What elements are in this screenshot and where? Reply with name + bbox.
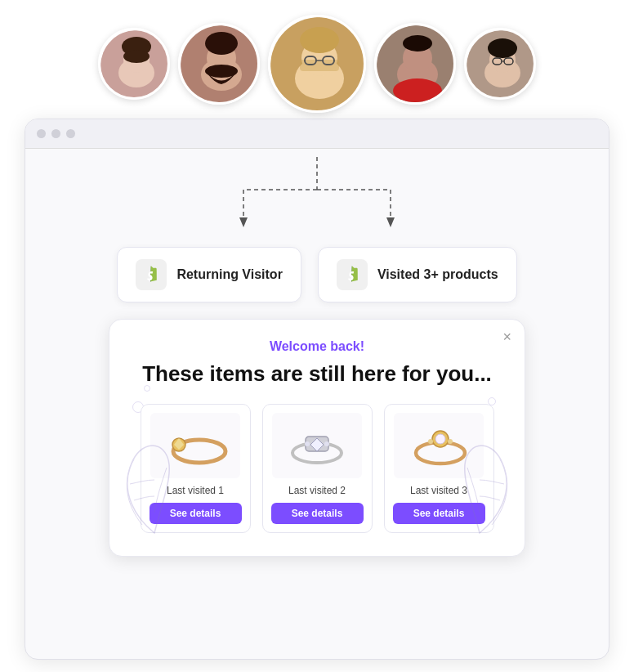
svg-rect-14 [300, 60, 339, 71]
product-image-2 [272, 413, 362, 478]
browser-toolbar [25, 119, 609, 149]
avatars-row [0, 0, 634, 113]
popup-title: These items are still here for you... [134, 361, 500, 388]
products-grid: Last visited 1 See details [134, 404, 500, 533]
svg-point-26 [488, 38, 517, 58]
svg-point-21 [403, 35, 432, 52]
svg-point-45 [305, 441, 310, 446]
close-button[interactable]: × [502, 329, 511, 344]
browser-content: Returning Visitor Visited 3+ products × … [25, 157, 609, 573]
browser-dot-1 [37, 129, 46, 138]
arrows-container [50, 157, 584, 247]
avatar-2 [178, 23, 260, 105]
svg-marker-33 [239, 217, 248, 227]
svg-point-22 [393, 78, 442, 103]
deco-circle-2 [144, 385, 150, 392]
leaf-deco-right [443, 435, 516, 541]
browser-dot-3 [66, 129, 75, 138]
avatar-4 [374, 23, 456, 105]
segment-visited-label: Visited 3+ products [377, 267, 498, 282]
svg-point-46 [324, 441, 329, 446]
browser-dot-2 [51, 129, 60, 138]
avatar-3 [268, 15, 366, 113]
see-details-button-2[interactable]: See details [271, 503, 364, 524]
svg-point-4 [123, 50, 150, 63]
product-card-2: Last visited 2 See details [262, 404, 373, 533]
segment-returning-label: Returning Visitor [176, 267, 283, 282]
segment-visited: Visited 3+ products [318, 247, 517, 302]
popup-subtitle: Welcome back! [134, 339, 500, 354]
svg-point-50 [428, 439, 433, 444]
browser-window: Returning Visitor Visited 3+ products × … [25, 119, 609, 660]
product-label-2: Last visited 2 [288, 485, 346, 496]
popup-card: × Welcome back! These items are still he… [109, 319, 525, 557]
svg-point-13 [300, 27, 339, 53]
segment-returning: Returning Visitor [117, 247, 301, 302]
svg-point-9 [205, 65, 238, 78]
leaf-deco-left [118, 435, 191, 541]
segment-boxes: Returning Visitor Visited 3+ products [50, 247, 584, 302]
avatar-1 [98, 28, 170, 100]
avatar-5 [464, 28, 536, 100]
svg-point-8 [205, 32, 238, 55]
svg-marker-36 [386, 217, 395, 227]
